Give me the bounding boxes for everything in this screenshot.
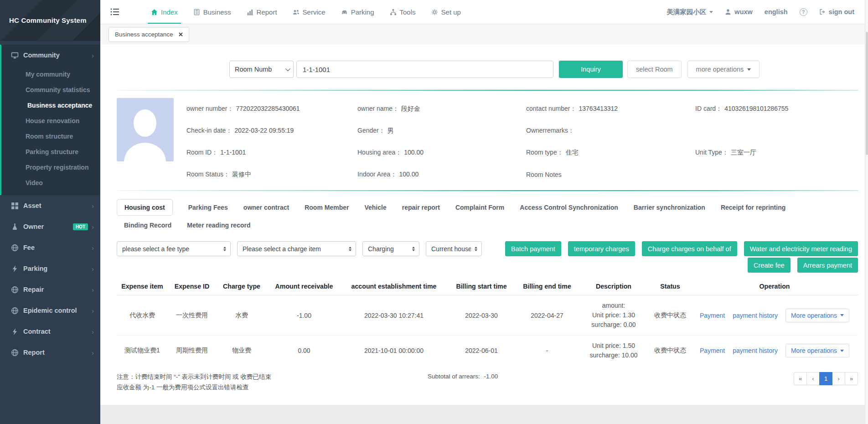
sidebar-section-owner[interactable]: Owner HOT	[0, 216, 100, 237]
field-value: 段好金	[401, 105, 420, 112]
room-number-input[interactable]	[296, 61, 553, 78]
nav-label: Business	[203, 8, 231, 16]
sidebar-section-community-header[interactable]: Community	[1, 45, 100, 66]
arrears-payment-button[interactable]: Arrears payment	[797, 258, 858, 273]
cell-charge-type: 水费	[216, 295, 267, 336]
cell-established: 2022-03-30 10:27:41	[341, 295, 447, 336]
sidebar-section-repair[interactable]: Repair	[0, 279, 100, 300]
payment-link[interactable]: Payment	[700, 312, 725, 319]
cell-established: 2021-10-01 00:00:00	[341, 336, 447, 366]
tab-vehicle[interactable]: Vehicle	[364, 200, 386, 215]
sidebar-section-epidemic-control[interactable]: Epidemic control	[0, 300, 100, 321]
nav-business[interactable]: Business	[186, 0, 239, 24]
tab-business-acceptance[interactable]: Business acceptance	[108, 27, 189, 42]
pagination-first[interactable]: «	[794, 372, 807, 385]
tab-complaint-form[interactable]: Complaint Form	[455, 200, 504, 215]
tab-owner-contract[interactable]: owner contract	[243, 200, 289, 215]
service-icon	[293, 9, 300, 16]
create-fee-button[interactable]: Create fee	[748, 258, 790, 273]
field-value: 2022-03-22 09:55:19	[234, 127, 294, 134]
globe-icon	[11, 307, 19, 315]
table-row: 代收水费 一次性费用 水费 -1.00 2022-03-30 10:27:41 …	[117, 295, 858, 336]
cell-expense-item: 代收水费	[117, 295, 168, 336]
language-switch[interactable]: english	[765, 8, 788, 16]
footer-notes: 注意：计费结束时间 “-” 表示未到计费时间 或 收费已结束 应收金额 为-1 …	[117, 372, 408, 393]
sidebar-section-contract[interactable]: Contract	[0, 321, 100, 342]
sidebar-item-room-structure[interactable]: Room structure	[1, 129, 100, 144]
signout-button[interactable]: sign out	[819, 8, 854, 16]
signout-label: sign out	[829, 8, 854, 16]
bolt-icon	[11, 328, 19, 336]
sidebar-section-fee[interactable]: Fee	[0, 237, 100, 258]
temporary-charges-button[interactable]: temporary charges	[568, 241, 635, 256]
col-charge-type: Charge type	[216, 280, 267, 295]
pagination-prev[interactable]: ‹	[806, 372, 820, 385]
sidebar-item-property-registration[interactable]: Property registration	[1, 160, 100, 175]
tab-label: Business acceptance	[115, 31, 173, 38]
select-room-button[interactable]: select Room	[627, 61, 682, 78]
inquiry-button[interactable]: Inquiry	[559, 61, 623, 78]
batch-payment-button[interactable]: Batch payment	[505, 241, 561, 256]
payment-link[interactable]: Payment	[700, 347, 725, 354]
charge-item-select[interactable]: Please select a charge item	[237, 241, 356, 256]
user-menu[interactable]: wuxw	[725, 8, 752, 16]
pagination-last[interactable]: »	[845, 372, 858, 385]
tab-repair-report[interactable]: repair report	[402, 200, 440, 215]
payment-history-link[interactable]: payment history	[733, 312, 778, 319]
content-panel: Room Numb Inquiry select Room more opera…	[100, 44, 868, 405]
nav-label: Parking	[351, 8, 374, 16]
table-header-row: Expense item Expense ID Charge type Amou…	[117, 280, 858, 295]
sidebar-section-report[interactable]: Report	[0, 342, 100, 363]
main-nav: Index Business Report Service Parking To…	[143, 0, 469, 24]
nav-service[interactable]: Service	[285, 0, 333, 24]
search-field-select[interactable]: Room Numb	[229, 61, 294, 78]
menu-toggle-icon[interactable]	[110, 0, 122, 24]
fee-type-select[interactable]: please select a fee type	[117, 241, 231, 256]
more-operations-button[interactable]: More operations	[785, 309, 849, 322]
nav-label: Index	[161, 8, 178, 16]
tab-housing-cost[interactable]: Housing cost	[117, 199, 173, 216]
nav-tools[interactable]: Tools	[382, 0, 424, 24]
username: wuxw	[734, 8, 752, 16]
nav-setup[interactable]: Set up	[424, 0, 469, 24]
sidebar-section-label: Report	[23, 349, 45, 356]
tab-access-control-sync[interactable]: Access Control Synchronization	[520, 200, 618, 215]
help-icon[interactable]: ?	[800, 8, 807, 16]
scrollbar[interactable]	[865, 0, 868, 424]
payment-history-link[interactable]: payment history	[733, 347, 778, 354]
sidebar-item-video[interactable]: Video	[1, 175, 100, 191]
pagination-page-1[interactable]: 1	[819, 372, 832, 385]
close-icon[interactable]	[179, 32, 183, 36]
divider	[117, 90, 858, 91]
charging-select[interactable]: Charging	[362, 241, 419, 256]
nav-label: Set up	[441, 8, 461, 16]
table-row: 测试物业费1 周期性费用 物业费 0.00 2021-10-01 00:00:0…	[117, 336, 858, 366]
scrollbar-thumb[interactable]	[866, 32, 868, 155]
more-operations-button[interactable]: More operations	[785, 344, 849, 357]
top-right: 美满家园小区 wuxw english ? sign out	[666, 0, 868, 24]
tab-receipt-reprinting[interactable]: Receipt for reprinting	[721, 200, 785, 215]
sidebar-item-my-community[interactable]: My community	[1, 67, 100, 82]
house-select[interactable]: Current house	[426, 241, 482, 256]
tab-barrier-sync[interactable]: Barrier synchronization	[634, 200, 705, 215]
tab-binding-record[interactable]: Binding Record	[124, 217, 171, 233]
charge-on-behalf-button[interactable]: Charge charges on behalf of	[642, 241, 737, 256]
sidebar-item-community-statistics[interactable]: Community statistics	[1, 82, 100, 98]
sidebar-section-parking[interactable]: Parking	[0, 258, 100, 279]
sidebar-item-parking-structure[interactable]: Parking structure	[1, 144, 100, 160]
main-area: Index Business Report Service Parking To…	[100, 0, 868, 424]
meter-reading-button[interactable]: Water and electricity meter reading	[744, 241, 858, 256]
sidebar-item-house-renovation[interactable]: House renovation	[1, 113, 100, 129]
tab-room-member[interactable]: Room Member	[305, 200, 349, 215]
sidebar-section-asset[interactable]: Asset	[0, 195, 100, 216]
community-selector[interactable]: 美满家园小区	[666, 8, 713, 16]
tab-meter-reading-record[interactable]: Meter reading record	[187, 217, 250, 233]
field-label: Room type：	[526, 149, 563, 156]
pagination-next[interactable]: ›	[832, 372, 845, 385]
tab-parking-fees[interactable]: Parking Fees	[188, 200, 228, 215]
nav-report[interactable]: Report	[239, 0, 285, 24]
sidebar-item-business-acceptance[interactable]: Business acceptance	[1, 98, 100, 113]
more-operations-dropdown[interactable]: more operations	[687, 61, 760, 78]
nav-index[interactable]: Index	[143, 0, 186, 24]
nav-parking[interactable]: Parking	[333, 0, 382, 24]
